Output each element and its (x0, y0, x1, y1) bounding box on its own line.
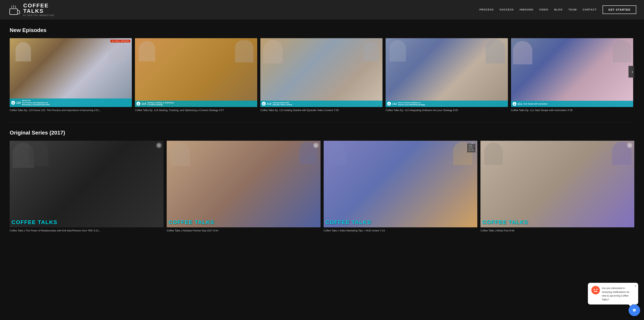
video-thumb-ep115: S1 FINAL EPISODE 115 (10, 38, 132, 107)
video-title-orig4: Coffee Talks | Wistia Fest 8:56 (480, 229, 634, 232)
video-thumb-orig4: COFFEE TALKS (480, 141, 634, 227)
main-nav: PROCESS SUCCESS INBOUND VIDEO BLOG TEAM … (480, 6, 636, 14)
original-series-section: Original Series (2017) COF (10, 130, 634, 232)
person-shape (390, 40, 406, 61)
keep-calm-sign: KEEPCALMBE THEDOCTOR (467, 144, 476, 152)
nav-video[interactable]: VIDEO (539, 8, 548, 11)
thumb-overlay-ep112: 112 How to Choose Software toImprove you… (386, 101, 508, 107)
video-card-ep115[interactable]: S1 FINAL EPISODE 115 (10, 38, 132, 112)
ep-overlay-text-112: How to Choose Software toImprove your Ma… (398, 102, 425, 106)
video-card-orig2[interactable]: COFFEE TALKS Coffee Talks | HubSpot Part… (167, 141, 320, 232)
wistia-icon-orig2 (313, 143, 318, 148)
logo-icon (8, 3, 21, 17)
logo-coffee: COFFEE (23, 3, 54, 8)
person-shape (16, 42, 31, 61)
video-thumb-ep114: 114 Starting, Tracking, & Optimizinga Co… (135, 38, 257, 107)
thumb-overlay-ep114: 114 Starting, Tracking, & Optimizinga Co… (135, 101, 257, 107)
coffee-talks-overlay-orig3: COFFEE TALKS (324, 217, 478, 227)
ep-overlay-text-111: Start Simple with Automation (523, 103, 548, 105)
coffee-talks-overlay-orig2: COFFEE TALKS (167, 217, 320, 227)
new-episodes-section: New Episodes S1 FINAL EPISODE (10, 27, 634, 112)
nav-success[interactable]: SUCCESS (500, 8, 514, 11)
svg-rect-1 (10, 9, 18, 15)
person-shape (363, 42, 378, 61)
section-divider (10, 122, 634, 122)
video-card-ep114[interactable]: 114 Starting, Tracking, & Optimizinga Co… (135, 38, 257, 112)
new-episodes-title: New Episodes (10, 27, 634, 33)
video-card-orig1[interactable]: COFFEE TALKS Coffee Talks | The Power of… (10, 141, 164, 232)
person-shape (235, 40, 254, 62)
video-title-orig1: Coffee Talks | The Power of Relationship… (10, 229, 164, 232)
person-shape (513, 41, 532, 64)
video-title-orig2: Coffee Talks | HubSpot Partner Day 2017 … (167, 229, 320, 232)
person-shape (29, 142, 48, 166)
person-shape (170, 143, 190, 166)
video-title-ep115: Coffee Talks Ep. 115 Drone 101: The Proc… (10, 108, 132, 112)
coffee-icon-ep114 (136, 102, 140, 106)
ep-number-113: 113 (267, 102, 272, 105)
ep-number-115: 115 (16, 101, 21, 104)
nav-team[interactable]: TEAM (568, 8, 577, 11)
site-header: COFFEE TALKS BY NEXTINY MARKETING PROCES… (0, 0, 644, 19)
logo[interactable]: COFFEE TALKS BY NEXTINY MARKETING (8, 3, 54, 17)
coffee-talks-text-orig1: COFFEE TALKS (12, 219, 162, 225)
svg-rect-2 (12, 102, 14, 103)
ep-number-112: 112 (392, 102, 396, 105)
coffee-icon-ep115 (11, 101, 15, 105)
ep-overlay-text-113: Getting Started withEpisodic Video Conte… (272, 102, 292, 106)
svg-rect-5 (388, 103, 390, 104)
video-title-ep113: Coffee Talks Ep. 113 Getting Started wit… (260, 108, 382, 112)
coffee-talks-text-orig3: COFFEE TALKS (326, 219, 476, 225)
person-shape (328, 142, 347, 165)
ep-overlay-text-114: Starting, Tracking, & Optimizinga Conten… (147, 102, 174, 106)
video-thumb-orig1: COFFEE TALKS (10, 141, 164, 227)
logo-text: COFFEE TALKS BY NEXTINY MARKETING (23, 3, 54, 17)
video-title-ep111: Coffee Talks Ep. 111 Start Simple with A… (511, 108, 633, 112)
thumb-overlay-ep113: 113 Getting Started withEpisodic Video C… (260, 101, 382, 107)
original-series-row: COFFEE TALKS Coffee Talks | The Power of… (10, 141, 634, 232)
video-card-orig3[interactable]: KEEPCALMBE THEDOCTOR COFFEE TALKS Coffee… (324, 141, 478, 232)
svg-rect-6 (514, 104, 515, 105)
coffee-talks-text-orig4: COFFEE TALKS (482, 219, 632, 225)
person-shape (484, 143, 503, 165)
next-arrow-button[interactable]: › (628, 66, 634, 78)
ep-overlay-text-115: Drone 101:The Process and Importance ofB… (22, 100, 50, 106)
video-card-ep111[interactable]: 111 Start Simple with Automation Coffee … (511, 38, 633, 112)
video-card-ep112[interactable]: 112 How to Choose Software toImprove you… (386, 38, 508, 112)
coffee-talks-overlay-orig4: COFFEE TALKS (480, 217, 634, 227)
nav-blog[interactable]: BLOG (554, 8, 563, 11)
thumb-overlay-ep111: 111 Start Simple with Automation (511, 101, 633, 107)
svg-rect-3 (138, 103, 139, 104)
person-shape (139, 41, 155, 61)
new-episodes-row-wrapper: S1 FINAL EPISODE 115 (10, 38, 634, 112)
video-card-orig4[interactable]: COFFEE TALKS Coffee Talks | Wistia Fest … (480, 141, 634, 232)
coffee-talks-text-orig2: COFFEE TALKS (168, 219, 318, 225)
coffee-icon-ep113 (262, 102, 266, 106)
ep-number-111: 111 (518, 102, 522, 105)
get-started-button[interactable]: GET STARTED (602, 6, 636, 14)
ep-number-114: 114 (142, 102, 146, 105)
video-title-ep114: Coffee Talks Ep. 114 Starting, Tracking,… (135, 108, 257, 112)
video-thumb-orig2: COFFEE TALKS (167, 141, 320, 227)
video-thumb-ep111: 111 Start Simple with Automation (511, 38, 633, 107)
person-shape (263, 40, 282, 63)
new-episodes-row: S1 FINAL EPISODE 115 (10, 38, 634, 112)
coffee-talks-overlay-orig1: COFFEE TALKS (10, 217, 164, 227)
video-title-ep112: Coffee Talks Ep. 112 Integrating Softwar… (386, 108, 508, 112)
nav-inbound[interactable]: INBOUND (520, 8, 533, 11)
nav-process[interactable]: PROCESS (480, 8, 494, 11)
logo-talks: TALKS (23, 8, 54, 14)
wistia-icon-orig1 (156, 143, 162, 148)
logo-by: BY NEXTINY MARKETING (23, 14, 54, 17)
video-card-ep113[interactable]: 113 Getting Started withEpisodic Video C… (260, 38, 382, 112)
nav-contact[interactable]: CONTACT (583, 8, 597, 11)
thumb-overlay-ep115: 115 Drone 101:The Process and Importance… (10, 98, 132, 107)
original-series-title: Original Series (2017) (10, 130, 634, 136)
main-content: New Episodes S1 FINAL EPISODE (0, 19, 644, 250)
wistia-icon-orig4 (627, 143, 632, 148)
video-thumb-ep113: 113 Getting Started withEpisodic Video C… (260, 38, 382, 107)
coffee-icon-ep111 (512, 102, 516, 106)
svg-rect-4 (263, 103, 264, 104)
person-shape (486, 39, 505, 63)
s1-final-badge: S1 FINAL EPISODE (110, 40, 130, 43)
